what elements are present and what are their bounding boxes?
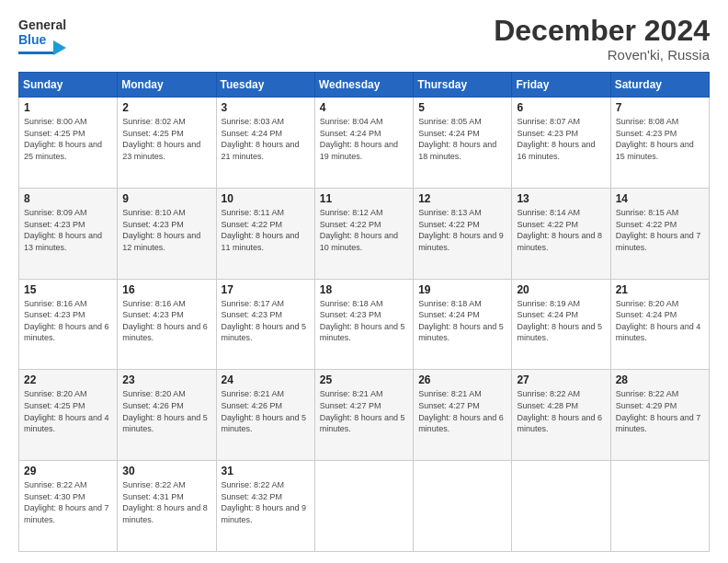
table-row: 6Sunrise: 8:07 AMSunset: 4:23 PMDaylight…: [512, 98, 610, 189]
svg-text:Blue: Blue: [18, 32, 47, 47]
day-number: 11: [320, 192, 408, 205]
cell-sun-info: Sunrise: 8:19 AMSunset: 4:24 PMDaylight:…: [517, 298, 605, 344]
logo-icon: General Blue: [18, 15, 66, 55]
cell-sun-info: Sunrise: 8:21 AMSunset: 4:27 PMDaylight:…: [320, 388, 408, 434]
day-number: 25: [320, 373, 408, 386]
table-row: [610, 461, 709, 552]
cell-sun-info: Sunrise: 8:03 AMSunset: 4:24 PMDaylight:…: [222, 116, 310, 162]
cell-sun-info: Sunrise: 8:09 AMSunset: 4:23 PMDaylight:…: [24, 207, 112, 253]
table-row: 28Sunrise: 8:22 AMSunset: 4:29 PMDayligh…: [610, 370, 709, 461]
col-tuesday: Tuesday: [216, 73, 314, 98]
day-number: 31: [222, 465, 310, 477]
cell-sun-info: Sunrise: 8:02 AMSunset: 4:25 PMDaylight:…: [122, 116, 210, 162]
calendar-week-row: 22Sunrise: 8:20 AMSunset: 4:25 PMDayligh…: [19, 370, 710, 461]
cell-sun-info: Sunrise: 8:07 AMSunset: 4:23 PMDaylight:…: [517, 116, 605, 162]
table-row: 26Sunrise: 8:21 AMSunset: 4:27 PMDayligh…: [414, 370, 512, 461]
table-row: 16Sunrise: 8:16 AMSunset: 4:23 PMDayligh…: [118, 279, 216, 370]
day-number: 27: [517, 373, 605, 386]
table-row: 10Sunrise: 8:11 AMSunset: 4:22 PMDayligh…: [216, 188, 314, 279]
table-row: 18Sunrise: 8:18 AMSunset: 4:23 PMDayligh…: [314, 279, 413, 370]
day-number: 21: [616, 283, 704, 296]
month-title: December 2024: [494, 15, 710, 47]
table-row: [314, 461, 413, 552]
day-number: 18: [320, 283, 408, 296]
day-number: 13: [517, 192, 605, 205]
day-number: 5: [418, 101, 506, 114]
table-row: 23Sunrise: 8:20 AMSunset: 4:26 PMDayligh…: [118, 370, 216, 461]
cell-sun-info: Sunrise: 8:22 AMSunset: 4:28 PMDaylight:…: [517, 388, 605, 434]
table-row: 20Sunrise: 8:19 AMSunset: 4:24 PMDayligh…: [512, 279, 610, 370]
cell-sun-info: Sunrise: 8:22 AMSunset: 4:32 PMDaylight:…: [222, 479, 310, 525]
cell-sun-info: Sunrise: 8:12 AMSunset: 4:22 PMDaylight:…: [320, 207, 408, 253]
day-number: 12: [418, 192, 506, 205]
col-wednesday: Wednesday: [314, 73, 413, 98]
table-row: 31Sunrise: 8:22 AMSunset: 4:32 PMDayligh…: [216, 461, 314, 552]
svg-text:General: General: [18, 17, 66, 32]
cell-sun-info: Sunrise: 8:22 AMSunset: 4:29 PMDaylight:…: [616, 388, 704, 434]
day-number: 26: [418, 373, 506, 386]
col-saturday: Saturday: [610, 73, 709, 98]
table-row: 11Sunrise: 8:12 AMSunset: 4:22 PMDayligh…: [314, 188, 413, 279]
table-row: 17Sunrise: 8:17 AMSunset: 4:23 PMDayligh…: [216, 279, 314, 370]
table-row: 3Sunrise: 8:03 AMSunset: 4:24 PMDaylight…: [216, 98, 314, 189]
cell-sun-info: Sunrise: 8:22 AMSunset: 4:30 PMDaylight:…: [24, 479, 112, 525]
day-number: 3: [222, 101, 310, 114]
day-number: 10: [222, 192, 310, 205]
cell-sun-info: Sunrise: 8:14 AMSunset: 4:22 PMDaylight:…: [517, 207, 605, 253]
logo: General Blue: [18, 15, 66, 55]
table-row: 21Sunrise: 8:20 AMSunset: 4:24 PMDayligh…: [610, 279, 709, 370]
cell-sun-info: Sunrise: 8:16 AMSunset: 4:23 PMDaylight:…: [122, 298, 210, 344]
svg-rect-3: [18, 52, 53, 54]
table-row: 22Sunrise: 8:20 AMSunset: 4:25 PMDayligh…: [19, 370, 118, 461]
table-row: 1Sunrise: 8:00 AMSunset: 4:25 PMDaylight…: [19, 98, 118, 189]
day-number: 6: [517, 101, 605, 114]
cell-sun-info: Sunrise: 8:15 AMSunset: 4:22 PMDaylight:…: [616, 207, 704, 253]
calendar-week-row: 8Sunrise: 8:09 AMSunset: 4:23 PMDaylight…: [19, 188, 710, 279]
day-number: 2: [122, 101, 210, 114]
day-number: 30: [122, 465, 210, 477]
cell-sun-info: Sunrise: 8:11 AMSunset: 4:22 PMDaylight:…: [222, 207, 310, 253]
cell-sun-info: Sunrise: 8:00 AMSunset: 4:25 PMDaylight:…: [24, 116, 112, 162]
col-monday: Monday: [118, 73, 216, 98]
day-number: 20: [517, 283, 605, 296]
table-row: 30Sunrise: 8:22 AMSunset: 4:31 PMDayligh…: [118, 461, 216, 552]
day-number: 22: [24, 373, 112, 386]
title-section: December 2024 Roven'ki, Russia: [494, 15, 710, 63]
cell-sun-info: Sunrise: 8:18 AMSunset: 4:24 PMDaylight:…: [418, 298, 506, 344]
cell-sun-info: Sunrise: 8:18 AMSunset: 4:23 PMDaylight:…: [320, 298, 408, 344]
table-row: 2Sunrise: 8:02 AMSunset: 4:25 PMDaylight…: [118, 98, 216, 189]
day-number: 28: [616, 373, 704, 386]
day-number: 16: [122, 283, 210, 296]
day-number: 29: [24, 465, 112, 477]
cell-sun-info: Sunrise: 8:04 AMSunset: 4:24 PMDaylight:…: [320, 116, 408, 162]
cell-sun-info: Sunrise: 8:10 AMSunset: 4:23 PMDaylight:…: [122, 207, 210, 253]
table-row: [512, 461, 610, 552]
table-row: 13Sunrise: 8:14 AMSunset: 4:22 PMDayligh…: [512, 188, 610, 279]
calendar-week-row: 29Sunrise: 8:22 AMSunset: 4:30 PMDayligh…: [19, 461, 710, 552]
day-number: 23: [122, 373, 210, 386]
cell-sun-info: Sunrise: 8:20 AMSunset: 4:24 PMDaylight:…: [616, 298, 704, 344]
cell-sun-info: Sunrise: 8:17 AMSunset: 4:23 PMDaylight:…: [222, 298, 310, 344]
cell-sun-info: Sunrise: 8:08 AMSunset: 4:23 PMDaylight:…: [616, 116, 704, 162]
day-number: 7: [616, 101, 704, 114]
header: General Blue December 2024 Roven'ki, Rus…: [18, 15, 710, 63]
cell-sun-info: Sunrise: 8:22 AMSunset: 4:31 PMDaylight:…: [122, 479, 210, 525]
table-row: 24Sunrise: 8:21 AMSunset: 4:26 PMDayligh…: [216, 370, 314, 461]
table-row: 27Sunrise: 8:22 AMSunset: 4:28 PMDayligh…: [512, 370, 610, 461]
location: Roven'ki, Russia: [494, 47, 710, 63]
col-friday: Friday: [512, 73, 610, 98]
table-row: [414, 461, 512, 552]
cell-sun-info: Sunrise: 8:21 AMSunset: 4:26 PMDaylight:…: [222, 388, 310, 434]
table-row: 15Sunrise: 8:16 AMSunset: 4:23 PMDayligh…: [19, 279, 118, 370]
col-sunday: Sunday: [19, 73, 118, 98]
cell-sun-info: Sunrise: 8:20 AMSunset: 4:26 PMDaylight:…: [122, 388, 210, 434]
calendar-week-row: 15Sunrise: 8:16 AMSunset: 4:23 PMDayligh…: [19, 279, 710, 370]
day-number: 15: [24, 283, 112, 296]
table-row: 12Sunrise: 8:13 AMSunset: 4:22 PMDayligh…: [414, 188, 512, 279]
day-number: 1: [24, 101, 112, 114]
table-row: 7Sunrise: 8:08 AMSunset: 4:23 PMDaylight…: [610, 98, 709, 189]
page: General Blue December 2024 Roven'ki, Rus…: [0, 0, 728, 563]
day-number: 17: [222, 283, 310, 296]
cell-sun-info: Sunrise: 8:20 AMSunset: 4:25 PMDaylight:…: [24, 388, 112, 434]
day-number: 9: [122, 192, 210, 205]
